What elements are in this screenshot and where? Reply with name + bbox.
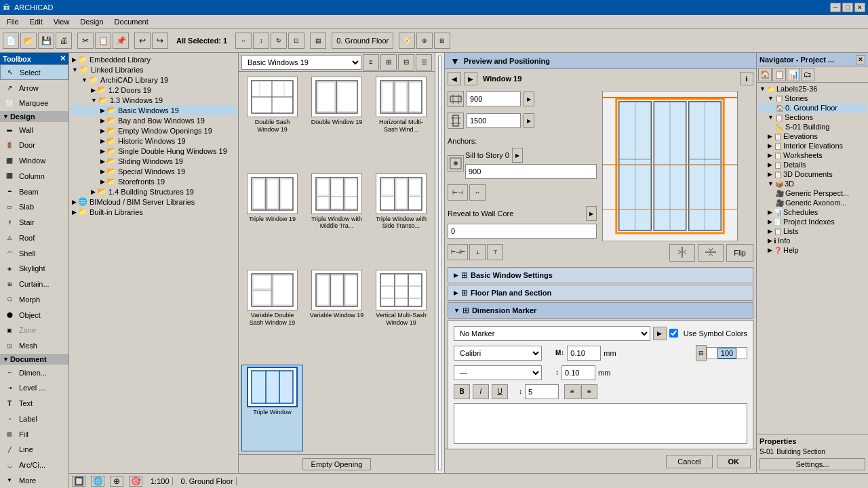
minimize-btn[interactable]: ─ [830, 3, 841, 12]
nav-projindexes[interactable]: ▶ 📑 Project Indexes [758, 217, 867, 226]
tool-fill[interactable]: ▨ Fill [0, 426, 68, 442]
tree-singledouble[interactable]: ▶ 📂 Single Double Hung Windows 19 [71, 146, 237, 156]
tool-slab[interactable]: ▭ Slab [0, 199, 68, 215]
undo-btn[interactable]: ↩ [134, 33, 151, 49]
nav-worksheets[interactable]: ▶ 📋 Worksheets [758, 150, 867, 160]
tool-arrow[interactable]: ↗ Arrow [0, 80, 68, 96]
transform-btn3[interactable]: ↻ [271, 33, 287, 49]
print-btn[interactable]: 🖨 [56, 33, 72, 49]
menu-document[interactable]: Document [109, 16, 154, 27]
sill-input[interactable]: 900 [465, 164, 597, 179]
tool-skylight[interactable]: ◈ Skylight [0, 261, 68, 277]
width-input[interactable]: 900 [467, 92, 521, 106]
nav-genericpersp[interactable]: 🎥 Generic Perspect... [758, 188, 867, 198]
tool-arc[interactable]: ◡ Arc/Ci... [0, 458, 68, 473]
info-btn[interactable]: ℹ [740, 72, 753, 85]
height-arrow-btn[interactable]: ▶ [524, 113, 534, 128]
tree-basicwin[interactable]: ▶ 📂 Basic Windows 19 [71, 105, 237, 115]
gallery-item-doublewin[interactable]: Double Window 19 [306, 75, 368, 169]
save-btn[interactable]: 💾 [38, 33, 54, 49]
menu-edit[interactable]: Edit [24, 16, 48, 27]
transform-btn2[interactable]: ↕ [253, 33, 269, 49]
flip-main-btn[interactable]: Flip [726, 244, 753, 262]
nav-details[interactable]: ▶ 📋 Details [758, 160, 867, 169]
nav-sections[interactable]: ▼ 📋 Sections [758, 113, 867, 122]
tool-door[interactable]: 🚪 Door [0, 138, 68, 153]
tree-bimcloud[interactable]: ▶ 🌐 BIMcloud / BIM Server Libraries [71, 197, 237, 207]
tool-marquee[interactable]: ⬜ Marquee [0, 96, 68, 111]
gallery-view-list[interactable]: ≡ [363, 54, 379, 70]
menu-design[interactable]: Design [75, 16, 108, 27]
nav-elevations[interactable]: ▶ 📋 Elevations [758, 131, 867, 141]
nav-ground-floor[interactable]: 🏠 0. Ground Floor [758, 103, 867, 113]
tool-stair[interactable]: ⇪ Stair [0, 215, 68, 230]
status-btn1[interactable]: 🔲 [72, 476, 85, 487]
dimension-marker-section[interactable]: ▼ ⊞ Dimension Marker [448, 302, 753, 319]
align-btn5[interactable]: ⊤ [487, 244, 503, 260]
navigation-btn1[interactable]: 🧭 [399, 33, 415, 49]
nav-tb-btn1[interactable]: 🏠 [758, 68, 772, 81]
section-document[interactable]: ▼ Document [0, 354, 68, 365]
transform-btn4[interactable]: ⊡ [288, 33, 304, 49]
size-input1[interactable]: 0.10 [567, 346, 601, 361]
size-input2[interactable]: 0.10 [561, 365, 595, 380]
gallery-item-triple-sel[interactable]: Triple Window [241, 365, 303, 451]
basic-window-settings-section[interactable]: ▶ ⊞ Basic Window Settings [448, 267, 753, 283]
view-options-btn[interactable]: ▤ [310, 33, 326, 49]
floor-info[interactable]: 0. Ground Floor [332, 33, 393, 49]
tree-storefronts[interactable]: ▶ 📂 Storefronts 19 [71, 176, 237, 186]
nav-interiorelev[interactable]: ▶ 📋 Interior Elevations [758, 141, 867, 150]
gallery-item-verticalmulti[interactable]: Vertical Multi-Sash Window 19 [370, 268, 432, 362]
gallery-view-grid-small[interactable]: ⊞ [380, 54, 397, 70]
paste-btn[interactable]: 📌 [113, 33, 129, 49]
menu-view[interactable]: View [48, 16, 75, 27]
canvas[interactable]: 0. Ground Floor [438, 56, 441, 470]
align-left-btn[interactable]: ≡ [564, 384, 580, 399]
tool-level[interactable]: ⇥ Level ... [0, 380, 68, 396]
cut-btn[interactable]: ✂ [77, 33, 94, 49]
use-symbol-colors-checkbox[interactable] [669, 329, 678, 338]
align-btn4[interactable]: ⊥ [469, 244, 486, 260]
marker-select-arrow[interactable]: ▶ [653, 327, 667, 340]
nav-tb-btn3[interactable]: 📊 [787, 68, 800, 81]
flip-horiz-btn[interactable] [669, 244, 695, 262]
gallery-item-doublesash[interactable]: Double Sash Window 19 [241, 75, 303, 169]
gallery-item-triplemiddle[interactable]: Triple Window with Middle Tra... [306, 171, 368, 266]
nav-tb-btn2[interactable]: 📋 [772, 68, 786, 81]
navigation-btn2[interactable]: ⊕ [416, 33, 433, 49]
copy-btn[interactable]: 📋 [95, 33, 111, 49]
tool-column[interactable]: ⬛ Column [0, 169, 68, 184]
tree-sliding[interactable]: ▶ 📂 Sliding Windows 19 [71, 156, 237, 166]
no-marker-select[interactable]: No Marker [454, 326, 650, 341]
flip-vert-btn[interactable] [698, 244, 724, 262]
marker-text-area[interactable] [454, 403, 747, 444]
tree-historic[interactable]: ▶ 📂 Historic Windows 19 [71, 136, 237, 146]
nav-stories[interactable]: ▼ 📋 Stories [758, 94, 867, 103]
redo-btn[interactable]: ↪ [152, 33, 168, 49]
gallery-item-variabledouble[interactable]: Variable Double Sash Window 19 [241, 268, 303, 362]
width-arrow-btn[interactable]: ▶ [524, 92, 534, 106]
tree-doors[interactable]: ▶ 📂 1.2 Doors 19 [71, 85, 237, 95]
tool-dimen[interactable]: ↔ Dimen... [0, 365, 68, 380]
tool-curtainwall[interactable]: ⊞ Curtain... [0, 277, 68, 292]
nav-help[interactable]: ▶ ❓ Help [758, 245, 867, 255]
next-btn[interactable]: ▶ [464, 72, 477, 85]
tree-archicad[interactable]: ▼ 📁 ArchiCAD Library 19 [71, 75, 237, 85]
underline-btn[interactable]: U [492, 384, 508, 399]
nav-threed[interactable]: ▼ 📦 3D [758, 179, 867, 188]
gallery-folder-select[interactable]: Basic Windows 19 [241, 55, 361, 70]
status-btn2[interactable]: 🌐 [91, 476, 104, 487]
align-btn2[interactable]: ↔ [469, 184, 486, 201]
tool-morph[interactable]: ⬡ Morph [0, 292, 68, 308]
tool-window[interactable]: ⬛ Window [0, 153, 68, 169]
tree-linked[interactable]: ▼ 📁 Linked Libraries [71, 64, 237, 75]
reveal-input[interactable]: 0 [448, 224, 597, 239]
format-size-input[interactable]: 5 [525, 384, 559, 399]
reveal-arrow-btn[interactable]: ▶ [586, 206, 597, 221]
status-btn3[interactable]: ⊕ [110, 476, 123, 487]
toolbox-close[interactable]: ✕ [60, 54, 66, 63]
empty-opening-btn[interactable]: Empty Opening [302, 458, 372, 470]
prev-btn[interactable]: ◀ [448, 72, 461, 85]
navigation-btn3[interactable]: ⊞ [434, 33, 450, 49]
tool-wall[interactable]: ▬ Wall [0, 122, 68, 138]
